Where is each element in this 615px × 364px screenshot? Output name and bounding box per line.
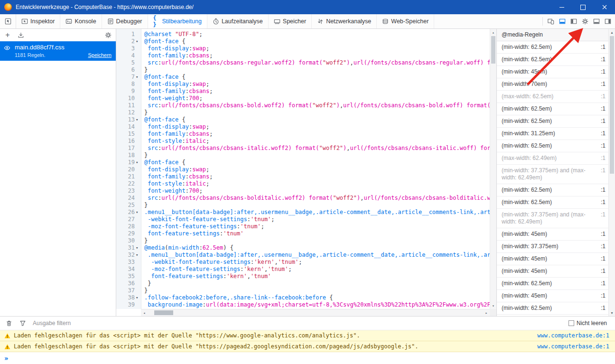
code-line[interactable]: 19▾@font-face { [116,159,490,166]
code-line[interactable]: 28 -moz-font-feature-settings:'tnum'; [116,223,490,230]
horizontal-scroll-thumb[interactable] [154,310,173,315]
code-line[interactable]: 13▾@font-face { [116,116,490,123]
code-text[interactable]: .menu1__button[data-badge]:after,.userme… [141,252,490,259]
media-rule-row[interactable]: (max-width: 62.49em):1 [497,152,608,165]
code-line[interactable]: 22 font-style:italic; [116,180,490,187]
code-line[interactable]: 39 background-image:url(data:image/svg+x… [116,301,490,308]
code-text[interactable]: font-family:cbsans; [141,52,213,59]
media-rule-row[interactable]: (min-width: 62.5em):1 [497,196,608,209]
media-rule-line-link[interactable]: :1 [601,243,606,250]
scroll-left-arrow[interactable]: ◂ [141,309,148,316]
import-stylesheet-button[interactable] [18,32,24,38]
media-rule-row[interactable]: (min-width: 45em):1 [497,253,608,265]
code-text[interactable]: .follow-facebook2:before,.share-link--fa… [141,294,333,301]
visibility-eye-icon[interactable] [4,45,10,51]
responsive-design-icon[interactable] [545,16,557,27]
media-rule-row[interactable]: (min-width: 62.5em):1 [497,54,608,66]
code-text[interactable]: -moz-font-feature-settings:'kern','tnum'… [141,266,292,273]
editor-horizontal-scrollbar[interactable]: ◂ ▸ [141,309,490,316]
message-source-link[interactable]: www.computerbase.de:1 [537,343,609,350]
code-line[interactable]: 5 src:url(/fonts/cbsans/cbsans-regular.w… [116,59,490,66]
media-rule-row[interactable]: (min-width: 62.5em):1 [497,140,608,152]
code-text[interactable]: } [141,109,148,116]
media-rule-row[interactable]: (min-width: 45em):1 [497,228,608,241]
code-text[interactable]: font-feature-settings:'kern','tnum' [141,273,271,280]
code-text[interactable]: @media(min-width:62.5em) { [141,244,233,252]
code-line[interactable]: 21 font-family:cbsans; [116,173,490,180]
save-link[interactable]: Speichern [88,52,112,58]
media-rule-line-link[interactable]: :1 [601,255,606,262]
code-line[interactable]: 15 font-family:cbsans; [116,131,490,138]
media-rule-line-link[interactable]: :1 [601,292,606,299]
code-text[interactable]: src:url(/fonts/cbsans/cbsans-regular.wof… [141,59,490,66]
code-text[interactable]: font-display:swap; [141,81,209,88]
media-rule-line-link[interactable]: :1 [601,211,606,218]
vertical-scroll-thumb[interactable] [491,36,495,64]
code-text[interactable]: } [141,280,151,287]
media-rule-line-link[interactable]: :1 [601,280,606,287]
code-text[interactable]: font-style:italic; [141,180,209,187]
media-rule-row[interactable]: (min-width: 62.5em):1 [497,115,608,128]
code-line[interactable]: 20 font-display:swap; [116,166,490,173]
media-rule-line-link[interactable]: :1 [601,118,606,125]
media-rule-row[interactable]: (min-width: 37.375em):1 [497,241,608,253]
fold-arrow-icon[interactable]: ▾ [136,116,141,123]
panel-vertical-scrollbar[interactable]: ▴ ▾ [608,29,615,316]
code-lines[interactable]: 1@charset "UTF-8";2▾@font-face {3 font-d… [116,31,490,309]
media-rule-row[interactable]: (min-width: 62.5em):1 [497,302,608,315]
settings-gear-icon[interactable] [579,16,591,27]
code-text[interactable]: src:url(/fonts/cbsans/cbsans-bolditalic.… [141,195,490,202]
code-line[interactable]: 35 font-feature-settings:'kern','tnum' [116,273,490,280]
code-text[interactable]: @font-face { [141,74,186,81]
tab-inspektor[interactable]: Inspektor [16,14,60,28]
code-text[interactable]: @font-face { [141,38,186,45]
scroll-up-arrow[interactable]: ▴ [490,29,496,36]
media-rule-line-link[interactable]: :1 [601,142,606,149]
dock-bottom-icon[interactable] [591,16,602,27]
code-text[interactable]: .menu1__button[data-badge]:after,.userme… [141,209,490,216]
sidebar-options-gear-button[interactable] [105,32,112,38]
tab-laufzeitanalyse[interactable]: Laufzeitanalyse [207,14,269,28]
media-rule-row[interactable]: (max-width: 62.5em):1 [497,91,608,103]
element-picker-button[interactable] [0,14,16,28]
code-line[interactable]: 17 src:url(/fonts/cbsans/cbsans-italic.w… [116,145,490,152]
code-line[interactable]: 33 -webkit-font-feature-settings:'kern',… [116,259,490,266]
code-line[interactable]: 9 font-family:cbsans; [116,88,490,95]
media-rule-line-link[interactable]: :1 [601,93,606,100]
dock-side-panel-icon[interactable] [568,16,579,27]
code-text[interactable]: background-image:url(data:image/svg+xml;… [141,301,490,308]
code-line[interactable]: 26▾.menu1__button[data-badge]:after,.use… [116,209,490,216]
code-text[interactable]: font-feature-settings:'tnum' [141,230,244,237]
code-line[interactable]: 25} [116,202,490,209]
code-text[interactable]: font-display:swap; [141,45,209,52]
code-line[interactable]: 37} [116,287,490,294]
media-rule-row[interactable]: (min-width: 62.5em):1 [497,41,608,54]
code-text[interactable]: } [141,202,148,209]
code-text[interactable]: font-family:cbsans; [141,173,213,180]
horizontal-scroll-track[interactable] [148,309,483,316]
code-line[interactable]: 2▾@font-face { [116,38,490,45]
media-rule-line-link[interactable]: :1 [601,105,606,112]
fold-arrow-icon[interactable]: ▾ [136,74,141,81]
code-text[interactable]: } [141,237,148,244]
close-button[interactable] [594,0,615,14]
media-rule-row[interactable]: (min-width: 45em):1 [497,290,608,302]
media-rule-line-link[interactable]: :1 [601,56,606,63]
code-text[interactable]: font-style:italic; [141,138,209,145]
code-text[interactable]: font-display:swap; [141,166,209,173]
new-stylesheet-button[interactable]: + [4,32,11,38]
code-text[interactable]: } [141,287,148,294]
tab-speicher[interactable]: Speicher [269,14,312,28]
console-warning-row[interactable]: Laden fehlgeschlagen für das <script> mi… [0,341,615,352]
code-line[interactable]: 16 font-style:italic; [116,138,490,145]
tab-web-speicher[interactable]: Web-Speicher [377,14,434,28]
code-text[interactable]: font-family:cbsans; [141,131,213,138]
fold-arrow-icon[interactable]: ▾ [136,38,141,45]
code-line[interactable]: 11 src:url(/fonts/cbsans/cbsans-bold.wof… [116,102,490,109]
code-text[interactable]: -webkit-font-feature-settings:'tnum'; [141,216,275,223]
code-text[interactable]: src:url(/fonts/cbsans/cbsans-italic.woff… [141,145,490,152]
code-line[interactable]: 27 -webkit-font-feature-settings:'tnum'; [116,216,490,223]
fold-arrow-icon[interactable]: ▾ [136,252,141,259]
media-rule-row[interactable]: (min-width: 45em):1 [497,66,608,78]
dock-side-icon[interactable] [602,16,614,27]
